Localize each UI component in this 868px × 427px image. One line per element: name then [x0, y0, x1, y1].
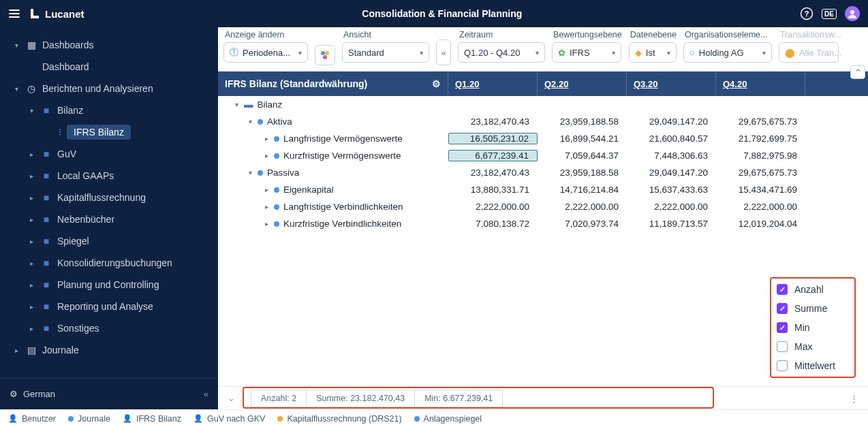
table-row[interactable]: ▾Aktiva23,182,470.4323,959,188.5829,049,…: [218, 113, 868, 130]
checkbox[interactable]: [777, 284, 788, 295]
nav-journale[interactable]: ▸▤Journale: [0, 339, 218, 361]
breadcrumb-item[interactable]: 👤GuV nach GKV: [193, 414, 265, 424]
data-cell[interactable]: 7,448,306.63: [627, 151, 716, 161]
data-cell[interactable]: 7,080,138.72: [448, 219, 538, 229]
data-cell[interactable]: 13,880,331.71: [448, 185, 538, 195]
more-options-icon[interactable]: ⋮: [850, 394, 858, 404]
data-cell[interactable]: 29,675,675.73: [716, 168, 805, 178]
chevron-down-icon[interactable]: ▾: [233, 101, 240, 108]
checkbox[interactable]: [777, 303, 788, 314]
user-avatar[interactable]: [845, 6, 860, 21]
data-cell[interactable]: 21,600,840.57: [627, 133, 716, 144]
chevron-down-icon[interactable]: ▾: [247, 118, 253, 125]
table-row[interactable]: ▾▬Bilanz: [218, 96, 868, 113]
chevron-right-icon[interactable]: ▸: [263, 203, 270, 210]
breadcrumb-item[interactable]: 👤IFRS Bilanz: [123, 414, 181, 424]
data-cell[interactable]: 14,716,214.84: [538, 185, 627, 195]
chevron-right-icon[interactable]: ▸: [263, 152, 270, 159]
col-header[interactable]: Q3.20: [627, 72, 716, 96]
chevron-right-icon[interactable]: ▸: [263, 186, 270, 193]
row-label-cell[interactable]: ▾▬Bilanz: [218, 99, 448, 110]
nav-ifrs-bilanz[interactable]: ⁝IFRS Bilanz: [0, 121, 218, 143]
data-cell[interactable]: 16,899,544.21: [538, 133, 627, 144]
filter-bewertung[interactable]: ✿IFRS▾: [552, 42, 621, 63]
data-cell[interactable]: 29,049,147.20: [627, 116, 716, 127]
nav-kapitalfluss[interactable]: ▸■Kapitalflussrechnung: [0, 187, 218, 208]
data-cell[interactable]: 7,020,973.74: [538, 219, 627, 229]
nav-bilanz[interactable]: ▾■Bilanz: [0, 99, 218, 121]
breadcrumb-item[interactable]: 👤Benutzer: [8, 414, 56, 424]
nav-planung[interactable]: ▸■Planung und Controlling: [0, 274, 218, 296]
hamburger-icon[interactable]: [8, 7, 20, 20]
checkbox[interactable]: [777, 360, 788, 371]
filter-trans[interactable]: ⬤Alle Tran...: [779, 42, 839, 63]
table-row[interactable]: ▸Eigenkapital13,880,331.7114,716,214.841…: [218, 181, 868, 198]
table-row[interactable]: ▸Kurzfristige Verbindlichkeiten7,080,138…: [218, 215, 868, 232]
expand-status-icon[interactable]: ⌄: [225, 393, 237, 403]
data-cell[interactable]: 2,222,000.00: [448, 202, 538, 212]
nav-reports[interactable]: ▾◷Berichten und Analysieren: [0, 78, 218, 99]
language-selector[interactable]: ⚙ German: [10, 389, 55, 399]
nav-guv[interactable]: ▸■GuV: [0, 143, 218, 165]
collapse-filters-button[interactable]: «: [436, 39, 451, 65]
data-cell[interactable]: 7,882,975.98: [716, 151, 805, 161]
breadcrumb-item[interactable]: Kapitalflussrechnung (DRS21): [277, 414, 401, 424]
row-label-cell[interactable]: ▸Langfristige Vermögenswerte: [218, 133, 448, 144]
help-icon[interactable]: ?: [800, 7, 813, 20]
col-header[interactable]: Q2.20: [538, 72, 627, 96]
data-cell[interactable]: 15,637,433.63: [627, 185, 716, 195]
col-header[interactable]: Q4.20: [716, 72, 805, 96]
filter-org[interactable]: ○Holding AG▾: [683, 42, 772, 63]
nav-dashboards[interactable]: ▾▦Dashboards: [0, 34, 218, 56]
nav-dashboard[interactable]: Dashboard: [0, 56, 218, 78]
data-cell[interactable]: 2,222,000.00: [538, 202, 627, 212]
nav-sonstiges[interactable]: ▸■Sonstiges: [0, 317, 218, 339]
language-toggle[interactable]: DE: [822, 9, 837, 19]
row-label-cell[interactable]: ▾Aktiva: [218, 116, 448, 127]
data-cell[interactable]: 2,222,000.00: [627, 202, 716, 212]
settings-icon[interactable]: ⚙: [432, 78, 441, 89]
data-cell[interactable]: 16,505,231.02: [448, 133, 538, 144]
breadcrumb-item[interactable]: Anlagenspiegel: [414, 414, 482, 424]
nav-reporting[interactable]: ▸■Reporting und Analyse: [0, 296, 218, 317]
chevron-right-icon[interactable]: ▸: [263, 135, 270, 142]
data-cell[interactable]: 7,059,644.37: [538, 151, 627, 161]
aggregate-option[interactable]: Anzahl: [777, 284, 849, 295]
filter-ansicht[interactable]: Standard▾: [342, 42, 429, 63]
data-cell[interactable]: 23,182,470.43: [448, 168, 538, 178]
data-cell[interactable]: 23,182,470.43: [448, 116, 538, 127]
data-cell[interactable]: 12,019,204.04: [716, 219, 805, 229]
data-cell[interactable]: 23,959,188.58: [538, 116, 627, 127]
collapse-sidebar-icon[interactable]: «: [204, 389, 208, 399]
filter-zeitraum[interactable]: Q1.20 - Q4.20▾: [458, 42, 545, 63]
table-row[interactable]: ▸Kurzfristige Vermögenswerte6,677,239.41…: [218, 147, 868, 164]
data-cell[interactable]: 15,434,471.69: [716, 185, 805, 195]
aggregate-option[interactable]: Max: [777, 341, 849, 352]
data-cell[interactable]: 23,959,188.58: [538, 168, 627, 178]
aggregate-option[interactable]: Min: [777, 322, 849, 333]
filter-anzeige[interactable]: ⓉPeriodena...▾: [223, 42, 308, 63]
table-row[interactable]: ▸Langfristige Vermögenswerte16,505,231.0…: [218, 130, 868, 147]
data-cell[interactable]: 21,792,699.75: [716, 133, 805, 144]
aggregate-option[interactable]: Summe: [777, 303, 849, 314]
chevron-down-icon[interactable]: ▾: [247, 169, 253, 176]
breadcrumb-item[interactable]: Journale: [68, 414, 110, 424]
chevron-right-icon[interactable]: ▸: [263, 220, 270, 227]
expand-panel-button[interactable]: ⌃: [850, 65, 865, 79]
view-toggle-button[interactable]: [315, 45, 335, 65]
row-label-cell[interactable]: ▾Passiva: [218, 168, 448, 178]
row-label-cell[interactable]: ▸Eigenkapital: [218, 185, 448, 195]
row-label-cell[interactable]: ▸Langfristige Verbindlichkeiten: [218, 202, 448, 212]
filter-daten[interactable]: ◆Ist▾: [629, 42, 677, 63]
nav-local-gaaps[interactable]: ▸■Local GAAPs: [0, 165, 218, 187]
nav-spiegel[interactable]: ▸■Spiegel: [0, 230, 218, 252]
checkbox[interactable]: [777, 322, 788, 333]
col-header[interactable]: Q1.20: [448, 72, 538, 96]
nav-konsolidierung[interactable]: ▸■Konsolidierungsbuchungen: [0, 252, 218, 274]
row-label-cell[interactable]: ▸Kurzfristige Verbindlichkeiten: [218, 219, 448, 229]
aggregate-option[interactable]: Mittelwert: [777, 360, 849, 371]
data-cell[interactable]: 2,222,000.00: [716, 202, 805, 212]
data-cell[interactable]: 29,675,675.73: [716, 116, 805, 127]
checkbox[interactable]: [777, 341, 788, 352]
data-cell[interactable]: 11,189,713.57: [627, 219, 716, 229]
